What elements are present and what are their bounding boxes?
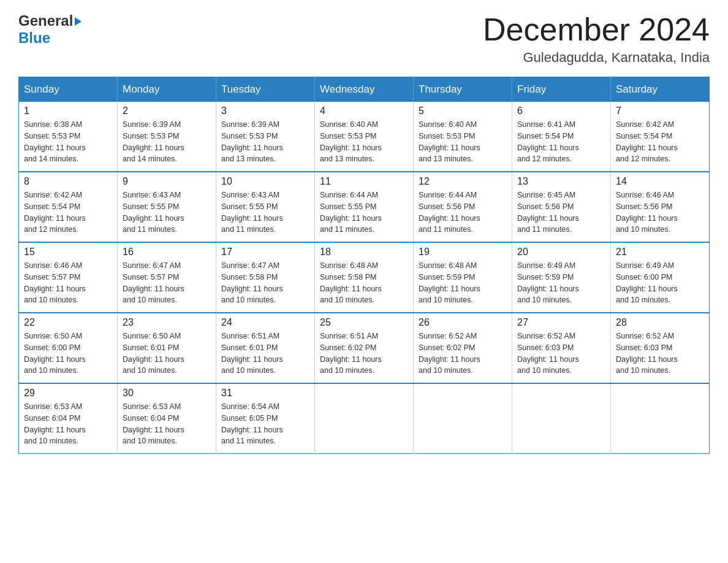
day-info: Sunrise: 6:43 AM Sunset: 5:55 PM Dayligh… bbox=[221, 190, 309, 236]
calendar-empty-cell bbox=[315, 383, 414, 454]
day-info: Sunrise: 6:44 AM Sunset: 5:56 PM Dayligh… bbox=[419, 190, 507, 236]
day-info: Sunrise: 6:41 AM Sunset: 5:54 PM Dayligh… bbox=[517, 119, 605, 165]
calendar-day-cell: 15 Sunrise: 6:46 AM Sunset: 5:57 PM Dayl… bbox=[19, 242, 118, 313]
calendar-day-cell: 28 Sunrise: 6:52 AM Sunset: 6:03 PM Dayl… bbox=[611, 313, 710, 383]
logo-general-text: General bbox=[18, 12, 73, 29]
day-info: Sunrise: 6:53 AM Sunset: 6:04 PM Dayligh… bbox=[123, 401, 211, 447]
day-number: 8 bbox=[24, 176, 112, 187]
calendar-day-cell: 6 Sunrise: 6:41 AM Sunset: 5:54 PM Dayli… bbox=[512, 102, 611, 172]
day-number: 7 bbox=[616, 105, 704, 117]
day-number: 30 bbox=[123, 388, 211, 399]
day-number: 9 bbox=[123, 176, 211, 187]
day-number: 26 bbox=[419, 317, 507, 328]
day-info: Sunrise: 6:40 AM Sunset: 5:53 PM Dayligh… bbox=[419, 119, 507, 165]
day-number: 21 bbox=[616, 247, 704, 258]
calendar-day-cell: 27 Sunrise: 6:52 AM Sunset: 6:03 PM Dayl… bbox=[512, 313, 611, 383]
calendar-day-cell: 17 Sunrise: 6:47 AM Sunset: 5:58 PM Dayl… bbox=[216, 242, 315, 313]
day-number: 27 bbox=[517, 317, 605, 328]
calendar-day-cell: 11 Sunrise: 6:44 AM Sunset: 5:55 PM Dayl… bbox=[315, 172, 414, 242]
day-number: 19 bbox=[419, 247, 507, 258]
day-info: Sunrise: 6:48 AM Sunset: 5:58 PM Dayligh… bbox=[320, 260, 408, 306]
day-number: 4 bbox=[320, 105, 408, 117]
calendar-week-row: 22 Sunrise: 6:50 AM Sunset: 6:00 PM Dayl… bbox=[19, 313, 710, 383]
day-number: 2 bbox=[123, 105, 211, 117]
calendar-day-cell: 30 Sunrise: 6:53 AM Sunset: 6:04 PM Dayl… bbox=[118, 383, 216, 454]
logo: General Blue bbox=[18, 12, 82, 47]
calendar-day-cell: 20 Sunrise: 6:49 AM Sunset: 5:59 PM Dayl… bbox=[512, 242, 611, 313]
day-info: Sunrise: 6:52 AM Sunset: 6:02 PM Dayligh… bbox=[419, 331, 507, 377]
day-header-thursday: Thursday bbox=[414, 77, 512, 102]
day-info: Sunrise: 6:52 AM Sunset: 6:03 PM Dayligh… bbox=[517, 331, 605, 377]
day-info: Sunrise: 6:46 AM Sunset: 5:57 PM Dayligh… bbox=[24, 260, 112, 306]
day-header-monday: Monday bbox=[118, 77, 216, 102]
calendar-day-cell: 29 Sunrise: 6:53 AM Sunset: 6:04 PM Dayl… bbox=[19, 383, 118, 454]
day-info: Sunrise: 6:43 AM Sunset: 5:55 PM Dayligh… bbox=[123, 190, 211, 236]
calendar-day-cell: 1 Sunrise: 6:38 AM Sunset: 5:53 PM Dayli… bbox=[19, 102, 118, 172]
calendar-day-cell: 25 Sunrise: 6:51 AM Sunset: 6:02 PM Dayl… bbox=[315, 313, 414, 383]
calendar-day-cell: 7 Sunrise: 6:42 AM Sunset: 5:54 PM Dayli… bbox=[611, 102, 710, 172]
logo-blue-text: Blue bbox=[18, 29, 50, 47]
day-info: Sunrise: 6:51 AM Sunset: 6:02 PM Dayligh… bbox=[320, 331, 408, 377]
calendar-week-row: 15 Sunrise: 6:46 AM Sunset: 5:57 PM Dayl… bbox=[19, 242, 710, 313]
calendar-day-cell: 26 Sunrise: 6:52 AM Sunset: 6:02 PM Dayl… bbox=[414, 313, 512, 383]
calendar-day-cell: 21 Sunrise: 6:49 AM Sunset: 6:00 PM Dayl… bbox=[611, 242, 710, 313]
day-number: 31 bbox=[221, 388, 309, 399]
calendar-day-cell: 3 Sunrise: 6:39 AM Sunset: 5:53 PM Dayli… bbox=[216, 102, 315, 172]
day-info: Sunrise: 6:51 AM Sunset: 6:01 PM Dayligh… bbox=[221, 331, 309, 377]
day-number: 1 bbox=[24, 105, 112, 117]
day-info: Sunrise: 6:38 AM Sunset: 5:53 PM Dayligh… bbox=[24, 119, 112, 165]
day-number: 10 bbox=[221, 176, 309, 187]
day-number: 15 bbox=[24, 247, 112, 258]
title-block: December 2024 Guledagudda, Karnataka, In… bbox=[483, 12, 710, 66]
day-number: 22 bbox=[24, 317, 112, 328]
calendar-day-cell: 23 Sunrise: 6:50 AM Sunset: 6:01 PM Dayl… bbox=[118, 313, 216, 383]
day-header-friday: Friday bbox=[512, 77, 611, 102]
calendar-day-cell: 18 Sunrise: 6:48 AM Sunset: 5:58 PM Dayl… bbox=[315, 242, 414, 313]
day-info: Sunrise: 6:52 AM Sunset: 6:03 PM Dayligh… bbox=[616, 331, 704, 377]
day-info: Sunrise: 6:47 AM Sunset: 5:58 PM Dayligh… bbox=[221, 260, 309, 306]
day-number: 13 bbox=[517, 176, 605, 187]
day-info: Sunrise: 6:54 AM Sunset: 6:05 PM Dayligh… bbox=[221, 401, 309, 447]
day-number: 20 bbox=[517, 247, 605, 258]
day-header-wednesday: Wednesday bbox=[315, 77, 414, 102]
calendar-day-cell: 10 Sunrise: 6:43 AM Sunset: 5:55 PM Dayl… bbox=[216, 172, 315, 242]
day-number: 11 bbox=[320, 176, 408, 187]
day-header-tuesday: Tuesday bbox=[216, 77, 315, 102]
calendar-table: SundayMondayTuesdayWednesdayThursdayFrid… bbox=[18, 77, 710, 454]
day-info: Sunrise: 6:53 AM Sunset: 6:04 PM Dayligh… bbox=[24, 401, 112, 447]
calendar-week-row: 29 Sunrise: 6:53 AM Sunset: 6:04 PM Dayl… bbox=[19, 383, 710, 454]
day-number: 6 bbox=[517, 105, 605, 117]
day-info: Sunrise: 6:50 AM Sunset: 6:00 PM Dayligh… bbox=[24, 331, 112, 377]
day-info: Sunrise: 6:48 AM Sunset: 5:59 PM Dayligh… bbox=[419, 260, 507, 306]
day-number: 24 bbox=[221, 317, 309, 328]
day-number: 23 bbox=[123, 317, 211, 328]
calendar-day-cell: 31 Sunrise: 6:54 AM Sunset: 6:05 PM Dayl… bbox=[216, 383, 315, 454]
calendar-week-row: 1 Sunrise: 6:38 AM Sunset: 5:53 PM Dayli… bbox=[19, 102, 710, 172]
day-number: 3 bbox=[221, 105, 309, 117]
day-number: 29 bbox=[24, 388, 112, 399]
day-info: Sunrise: 6:49 AM Sunset: 6:00 PM Dayligh… bbox=[616, 260, 704, 306]
day-header-sunday: Sunday bbox=[19, 77, 118, 102]
calendar-day-cell: 24 Sunrise: 6:51 AM Sunset: 6:01 PM Dayl… bbox=[216, 313, 315, 383]
calendar-day-cell: 2 Sunrise: 6:39 AM Sunset: 5:53 PM Dayli… bbox=[118, 102, 216, 172]
day-info: Sunrise: 6:39 AM Sunset: 5:53 PM Dayligh… bbox=[221, 119, 309, 165]
calendar-day-cell: 8 Sunrise: 6:42 AM Sunset: 5:54 PM Dayli… bbox=[19, 172, 118, 242]
day-number: 18 bbox=[320, 247, 408, 258]
day-number: 25 bbox=[320, 317, 408, 328]
calendar-empty-cell bbox=[512, 383, 611, 454]
day-info: Sunrise: 6:47 AM Sunset: 5:57 PM Dayligh… bbox=[123, 260, 211, 306]
calendar-day-cell: 13 Sunrise: 6:45 AM Sunset: 5:56 PM Dayl… bbox=[512, 172, 611, 242]
day-info: Sunrise: 6:50 AM Sunset: 6:01 PM Dayligh… bbox=[123, 331, 211, 377]
day-header-saturday: Saturday bbox=[611, 77, 710, 102]
day-info: Sunrise: 6:42 AM Sunset: 5:54 PM Dayligh… bbox=[24, 190, 112, 236]
day-number: 28 bbox=[616, 317, 704, 328]
day-number: 16 bbox=[123, 247, 211, 258]
day-number: 17 bbox=[221, 247, 309, 258]
page-header: General Blue December 2024 Guledagudda, … bbox=[18, 12, 710, 66]
logo-triangle-icon bbox=[75, 17, 82, 26]
day-info: Sunrise: 6:40 AM Sunset: 5:53 PM Dayligh… bbox=[320, 119, 408, 165]
calendar-header-row: SundayMondayTuesdayWednesdayThursdayFrid… bbox=[19, 77, 710, 102]
day-info: Sunrise: 6:39 AM Sunset: 5:53 PM Dayligh… bbox=[123, 119, 211, 165]
calendar-week-row: 8 Sunrise: 6:42 AM Sunset: 5:54 PM Dayli… bbox=[19, 172, 710, 242]
day-number: 14 bbox=[616, 176, 704, 187]
